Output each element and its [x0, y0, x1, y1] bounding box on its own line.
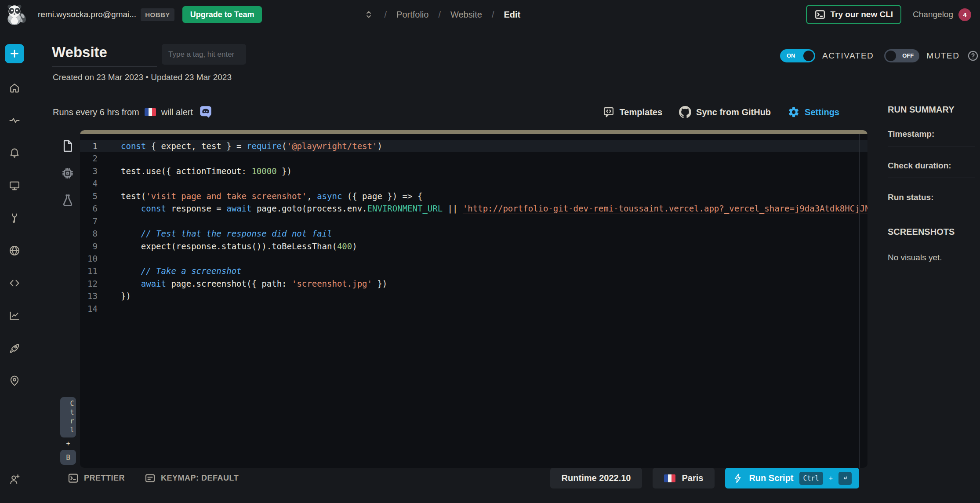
account-switcher-icon[interactable] [363, 9, 374, 20]
script-file-icon[interactable] [60, 139, 75, 153]
analytics-chart-icon[interactable] [8, 310, 21, 322]
code-line[interactable]: 14 [80, 303, 867, 315]
code-snippets-icon[interactable] [8, 277, 21, 289]
code-line[interactable]: 4 [80, 177, 867, 190]
horizontal-scrollbar[interactable] [80, 130, 867, 134]
line-number: 5 [80, 190, 98, 202]
breadcrumb: / Portfolio / Website / Edit [384, 10, 520, 20]
code-line[interactable]: 6 const response = await page.goto(proce… [80, 202, 867, 215]
code-editor[interactable]: 1const { expect, test } = require('@play… [80, 130, 867, 468]
line-number: 11 [80, 265, 98, 277]
check-duration-label: Check duration: [888, 161, 975, 171]
plus-sign: + [829, 474, 833, 482]
line-number: 8 [80, 227, 98, 240]
runtime-button[interactable]: Runtime 2022.10 [550, 468, 642, 488]
check-name-field[interactable]: Website [52, 44, 157, 67]
top-bar: remi.wysocka.pro@gmai... HOBBY Upgrade t… [0, 0, 980, 29]
try-cli-button[interactable]: Try our new CLI [806, 5, 902, 24]
activated-toggle[interactable]: ON [780, 49, 815, 62]
vertical-scrollbar-track[interactable] [859, 134, 860, 468]
run-status-label: Run status: [888, 193, 975, 202]
runtime-chip-icon[interactable] [60, 166, 75, 181]
breadcrumb-separator: / [492, 10, 494, 20]
divider [888, 146, 975, 146]
location-label: Paris [682, 473, 703, 483]
code-lines[interactable]: 1const { expect, test } = require('@play… [80, 140, 867, 315]
maintenance-wrench-icon[interactable] [8, 212, 21, 224]
prettier-terminal-icon [67, 472, 79, 484]
timestamp-label: Timestamp: [888, 129, 975, 139]
templates-button[interactable]: Templates [603, 106, 662, 118]
run-ctrl-key-badge: Ctrl [799, 472, 823, 485]
code-line[interactable]: 11 // Take a screenshot [80, 265, 867, 277]
code-line-text: const response = await page.goto(process… [121, 202, 867, 215]
breadcrumb-website[interactable]: Website [450, 10, 482, 20]
code-line[interactable]: 2 [80, 152, 867, 164]
toggle-knob [886, 51, 896, 61]
editor-toolbar: Templates Sync from GitHub Settings [603, 105, 839, 120]
upgrade-button[interactable]: Upgrade to Team [182, 6, 262, 23]
line-number: 14 [80, 303, 98, 315]
code-line[interactable]: 1const { expect, test } = require('@play… [80, 140, 867, 152]
changelog-link[interactable]: Changelog [913, 10, 953, 19]
rocket-icon[interactable] [8, 342, 21, 354]
settings-label: Settings [805, 107, 839, 117]
page-title[interactable]: Website [52, 44, 157, 61]
activity-icon[interactable] [8, 114, 21, 127]
try-cli-label: Try our new CLI [831, 10, 893, 19]
invite-user-icon[interactable] [8, 473, 21, 485]
account-email[interactable]: remi.wysocka.pro@gmai... [38, 10, 136, 19]
breadcrumb-portfolio[interactable]: Portfolio [396, 10, 428, 20]
line-number: 10 [80, 252, 98, 265]
enter-arrow-icon [841, 474, 849, 482]
alerts-bell-icon[interactable] [8, 147, 21, 159]
sync-github-button[interactable]: Sync from GitHub [679, 106, 771, 118]
code-line[interactable]: 5test('visit page and take screenshot', … [80, 190, 867, 202]
code-line[interactable]: 13}) [80, 290, 867, 302]
sync-github-label: Sync from GitHub [696, 107, 771, 117]
muted-toggle[interactable]: OFF [884, 49, 919, 62]
run-script-button[interactable]: Run Script Ctrl + [725, 468, 859, 488]
raccoon-logo-icon[interactable] [4, 3, 27, 26]
created-updated-meta: Created on 23 Mar 2023 • Updated 23 Mar … [53, 73, 232, 82]
templates-label: Templates [620, 107, 662, 117]
github-icon [679, 106, 691, 118]
code-line[interactable]: 12 await page.screenshot({ path: 'screen… [80, 277, 867, 290]
editor-status-right: Runtime 2022.10 Paris Run Script Ctrl + [550, 468, 859, 488]
plus-sign: + [66, 440, 70, 448]
test-flask-icon[interactable] [60, 193, 75, 208]
activated-label: ACTIVATED [822, 51, 874, 61]
create-check-button[interactable] [5, 44, 24, 63]
indent-guide [107, 202, 107, 290]
code-line[interactable]: 7 [80, 215, 867, 227]
help-question-icon[interactable] [967, 50, 979, 62]
code-line[interactable]: 10 [80, 252, 867, 265]
code-line[interactable]: 9 expect(response.status()).toBeLessThan… [80, 240, 867, 252]
line-number: 12 [80, 277, 98, 290]
discord-icon [200, 106, 212, 119]
france-flag-icon [145, 108, 156, 116]
locations-pin-icon[interactable] [8, 375, 21, 387]
location-button[interactable]: Paris [653, 468, 715, 488]
keymap-selector[interactable]: KEYMAP: DEFAULT [144, 472, 239, 484]
settings-button[interactable]: Settings [788, 106, 839, 118]
prettier-toggle[interactable]: PRETTIER [67, 472, 125, 484]
code-line[interactable]: 8 // Test that the response did not fail [80, 227, 867, 240]
line-number: 9 [80, 240, 98, 252]
keymap-label: KEYMAP: DEFAULT [161, 474, 239, 483]
alert-text: will alert [161, 107, 193, 117]
terminal-icon [814, 9, 826, 20]
code-line[interactable]: 3test.use({ actionTimeout: 10000 }) [80, 165, 867, 177]
muted-toggle-state: OFF [902, 49, 914, 62]
templates-bubble-icon [603, 106, 615, 118]
plus-icon [9, 48, 20, 59]
toggle-knob [803, 51, 814, 61]
lightning-bolt-icon [733, 473, 743, 484]
tag-input[interactable] [162, 44, 246, 65]
globe-icon[interactable] [8, 244, 21, 257]
code-line-text: // Take a screenshot [121, 265, 242, 277]
france-flag-icon [664, 474, 675, 482]
code-line-text: // Test that the response did not fail [121, 227, 332, 240]
home-icon[interactable] [8, 82, 21, 94]
monitors-screen-icon[interactable] [8, 179, 21, 192]
